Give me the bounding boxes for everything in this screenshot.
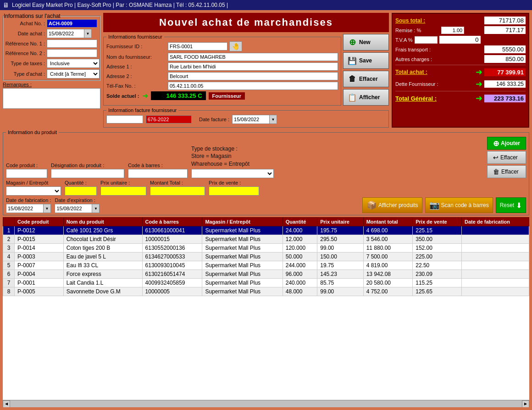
date-fab-btn[interactable]: ▼ <box>43 204 50 213</box>
effacer-product-button[interactable]: ↩ Effacer <box>487 151 526 164</box>
fournisseur-id-label: Fournisseur ID : <box>106 44 166 49</box>
col-barcode: Code à barres <box>142 218 202 226</box>
remarks-section: Remarques : <box>3 82 100 110</box>
ref1-input[interactable] <box>47 39 97 48</box>
new-button[interactable]: ⊕ New <box>343 34 389 51</box>
effacer2-product-icon: 🗑 <box>493 168 499 175</box>
cell-dateFab <box>462 270 529 279</box>
type-taxes-select[interactable]: Inclusive Exclusive <box>47 59 100 68</box>
remarks-textarea[interactable] <box>3 88 100 109</box>
remise-percent-input[interactable] <box>441 27 464 34</box>
fournisseur-id-input[interactable] <box>168 42 227 51</box>
achat-no-row: Achat No. : <box>4 19 100 28</box>
date-achat-btn[interactable]: ▼ <box>84 29 91 38</box>
date-achat-input[interactable] <box>47 29 84 38</box>
cell-nom: Chocolat Lindt Désir <box>63 235 142 244</box>
nom-fournisseur-input[interactable] <box>168 53 338 61</box>
table-row[interactable]: 3P-0014Coton tiges 200 B6130552000136Sup… <box>3 244 529 253</box>
adresse2-input[interactable] <box>168 72 338 80</box>
effacer-button[interactable]: 🗑 Effacer <box>343 71 389 87</box>
prix-vente-label: Prix de vente : <box>209 180 259 185</box>
table-row[interactable]: 6P-0004Force express6130216051474Superma… <box>3 270 529 279</box>
cell-nom: Café 1001 250 Grs <box>63 226 142 235</box>
tel-fax-input[interactable] <box>168 82 338 90</box>
date-fab-group[interactable]: ▼ <box>6 204 51 213</box>
quantite-input[interactable] <box>65 186 97 196</box>
reset-label: Reset <box>500 202 514 208</box>
date-achat-group[interactable]: ▼ <box>47 29 92 38</box>
designation-field: Désignation du produit : <box>51 163 124 178</box>
invoice-number-input[interactable] <box>146 115 192 124</box>
invoice-number-blank[interactable] <box>106 115 143 124</box>
prix-unitaire-label: Prix unitaire : <box>100 180 146 185</box>
date-fab-input[interactable] <box>6 204 43 213</box>
reset-icon: ⬇ <box>516 201 522 210</box>
code-produit-field: Code produit : <box>6 163 47 178</box>
date-facture-input[interactable] <box>233 115 269 124</box>
cell-nom: Coton tiges 200 B <box>63 244 142 253</box>
fournisseur-icon[interactable]: 🤚 <box>229 41 242 51</box>
nom-fournisseur-row: Nom du fournisseur: <box>106 53 338 61</box>
barcode-input[interactable] <box>128 169 188 178</box>
row-num: 3 <box>3 244 15 253</box>
afficher-button[interactable]: 📋 Afficher <box>343 89 389 106</box>
action-buttons: ⊕ New 💾 Save 🗑 Effacer 📋 Afficher <box>343 34 389 106</box>
table-row[interactable]: 2P-0015Chocolat Lindt Désir10000015Super… <box>3 235 529 244</box>
table-row[interactable]: 1P-0012Café 1001 250 Grs6130661000041Sup… <box>3 226 529 235</box>
invoice-fieldset: Information facture fournisseur Date fac… <box>103 107 389 128</box>
designation-input[interactable] <box>51 169 124 178</box>
tva-percent-input[interactable] <box>415 36 438 44</box>
cell-prixUnit: 85.75 <box>317 279 363 287</box>
prix-unitaire-input[interactable] <box>100 186 146 196</box>
col-date-fab: Date de fabrication <box>462 218 529 226</box>
afficher-produits-button[interactable]: 📦 Afficher produits <box>362 197 422 213</box>
main-content: Informations sur l'achat Achat No. : Dat… <box>0 10 532 410</box>
date-exp-btn[interactable]: ▼ <box>92 204 99 213</box>
magasin-select[interactable] <box>6 186 61 196</box>
cell-montant: 3 546.00 <box>363 235 413 244</box>
scan-code-button[interactable]: 📷 Scan code à barres <box>425 197 493 213</box>
type-achat-select[interactable]: Crédit [à Terme] Comptant <box>47 69 100 79</box>
cell-prixVente: 22.50 <box>413 261 462 270</box>
scroll-left[interactable]: ◀ <box>3 400 10 408</box>
cell-quantite: 12.000 <box>283 235 317 244</box>
ref2-input[interactable] <box>47 49 97 57</box>
dette-fournisseur-value: 146 333.25 <box>484 80 526 88</box>
achat-no-input[interactable] <box>47 19 97 28</box>
cell-quantite: 48.000 <box>283 287 317 296</box>
effacer2-product-button[interactable]: 🗑 Effacer <box>487 165 526 178</box>
date-exp-group[interactable]: ▼ <box>55 204 100 213</box>
date-exp-field: Date d'expiration : ▼ <box>55 197 100 213</box>
scroll-track[interactable] <box>10 400 522 407</box>
magasin-field: Magasin / Entrepôt <box>6 180 61 196</box>
app-icon: 🖥 <box>3 1 9 9</box>
date-facture-group[interactable]: ▼ <box>232 115 277 124</box>
cell-dateFab <box>462 279 529 287</box>
grid-wrapper[interactable]: Code produit Nom du produit Code à barre… <box>3 217 529 400</box>
storage-select[interactable] <box>191 169 274 178</box>
cell-prixVente: 225.00 <box>413 253 462 261</box>
table-row[interactable]: 5P-0007Eau Ifi 33 CL6130093010045Superma… <box>3 261 529 270</box>
prix-vente-input[interactable] <box>209 186 259 196</box>
date-facture-btn[interactable]: ▼ <box>269 115 277 124</box>
table-row[interactable]: 8P-0005Savonnette Dove G.M10000005Superm… <box>3 287 529 296</box>
cell-magasin: Supermarket Mall Plus <box>202 287 283 296</box>
storage-store: Store = Magasin <box>191 152 274 160</box>
table-row[interactable]: 7P-0001Lait Candia 1.L4009932405859Super… <box>3 279 529 287</box>
top-section: Informations sur l'achat Achat No. : Dat… <box>3 13 529 128</box>
horizontal-scrollbar[interactable]: ◀ ▶ <box>3 400 529 407</box>
row-num: 2 <box>3 235 15 244</box>
reset-button[interactable]: Reset ⬇ <box>496 197 526 213</box>
code-produit-input[interactable] <box>6 169 47 178</box>
date-exp-input[interactable] <box>55 204 92 213</box>
tel-fax-label: Tél-Fax No. : <box>106 83 166 89</box>
ajouter-button[interactable]: ⊕ Ajouter <box>487 137 526 150</box>
save-button[interactable]: 💾 Save <box>343 52 389 69</box>
table-row[interactable]: 4P-0003Eau de javel 5 L6134627000533Supe… <box>3 253 529 261</box>
cell-montant: 11 880.00 <box>363 244 413 253</box>
cell-montant: 13 942.08 <box>363 270 413 279</box>
montant-total-input[interactable] <box>150 186 205 196</box>
adresse1-input[interactable] <box>168 62 338 71</box>
scroll-right[interactable]: ▶ <box>522 400 529 408</box>
row-num: 6 <box>3 270 15 279</box>
